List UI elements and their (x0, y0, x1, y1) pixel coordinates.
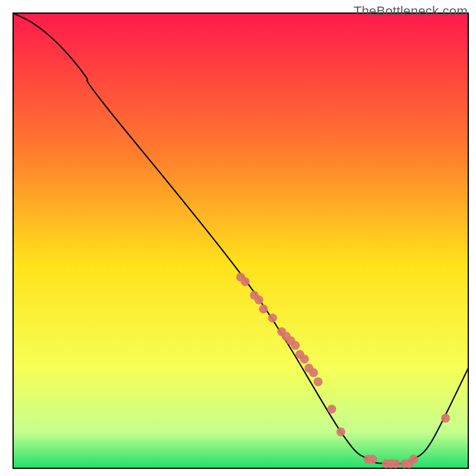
data-point (409, 455, 418, 464)
data-point (268, 314, 277, 322)
watermark-text: TheBottleneck.com (353, 4, 468, 19)
data-point (300, 355, 309, 364)
data-point (441, 414, 450, 422)
data-point (255, 295, 264, 304)
data-point (314, 377, 322, 386)
data-point (391, 459, 400, 468)
data-point (327, 405, 336, 414)
chart-stage: TheBottleneck.com (0, 0, 476, 476)
data-point (291, 341, 300, 350)
data-point (259, 305, 268, 314)
data-point (368, 455, 377, 464)
data-point (241, 277, 250, 286)
gradient-background (13, 13, 468, 468)
bottleneck-chart (0, 0, 476, 476)
data-point (336, 427, 345, 436)
data-point (309, 368, 318, 377)
